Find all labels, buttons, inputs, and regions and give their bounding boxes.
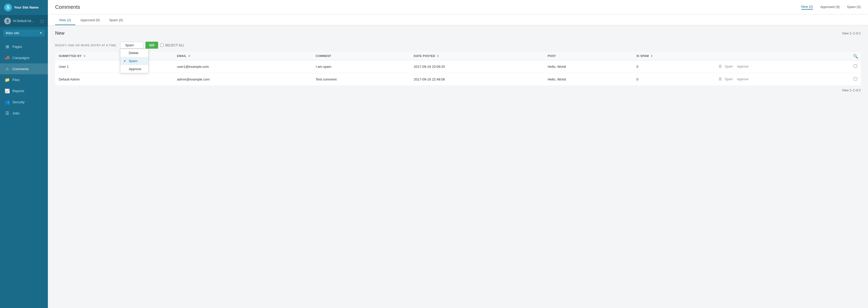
avatar: 👤 — [4, 18, 11, 24]
reports-icon: 📈 — [5, 89, 10, 93]
col-post: POST — [544, 52, 633, 60]
dropdown-item-approve[interactable]: Approve — [120, 65, 148, 73]
tab-new[interactable]: New (2) — [55, 14, 75, 25]
col-date-posted[interactable]: DATE POSTED ⇕ — [410, 52, 544, 60]
table-header-row: SUBMITTED BY ⇕ EMAIL ⇕ COMMENT DATE POST… — [55, 52, 861, 60]
table-search-icon[interactable]: 🔍 — [853, 54, 858, 59]
sidebar-item-pages[interactable]: ⊞ Pages — [0, 41, 48, 52]
campaigns-icon: 📣 — [5, 55, 10, 60]
comments-icon: ⌂ — [5, 66, 10, 71]
header-tab-approved[interactable]: Approved (9) — [820, 5, 840, 9]
row-checkbox[interactable] — [854, 64, 857, 68]
sidebar-item-security[interactable]: 👥 Security — [0, 96, 48, 108]
col-actions — [715, 52, 850, 60]
sidebar-item-label: Security — [12, 100, 25, 104]
cell-submitted-by: Default Admin — [55, 73, 174, 86]
select-all-checkbox[interactable] — [160, 43, 163, 47]
sidebar-item-label: Comments — [12, 67, 29, 71]
approve-button[interactable]: Approve — [735, 64, 750, 69]
top-header: Comments New (2) Approved (9) Spam (0) — [48, 0, 868, 14]
select-all-wrapper: SELECT ALL — [160, 43, 185, 47]
chevron-down-icon: ▼ — [40, 32, 42, 34]
spam-button[interactable]: Spam — [723, 76, 735, 82]
sidebar-item-label: Files — [12, 78, 20, 82]
col-comment: COMMENT — [312, 52, 410, 60]
security-icon: 👥 — [5, 100, 10, 104]
header-tab-spam[interactable]: Spam (0) — [847, 5, 861, 9]
site-label: Main site — [6, 31, 19, 35]
sidebar-item-label: Reports — [12, 89, 24, 93]
col-email[interactable]: EMAIL ⇕ — [174, 52, 312, 60]
approve-button[interactable]: Approve — [735, 76, 750, 82]
tab-approved[interactable]: Approved (9) — [76, 14, 104, 25]
sidebar-item-comments[interactable]: ⌂ Comments — [0, 63, 48, 74]
row-checkbox[interactable] — [854, 77, 857, 81]
select-all-label[interactable]: SELECT ALL — [165, 43, 185, 47]
cell-post: Hello, World — [544, 60, 633, 73]
site-name: Your Site Name — [14, 5, 38, 9]
sidebar-item-label: Jobs — [12, 111, 20, 115]
header-tabs: New (2) Approved (9) Spam (0) — [801, 5, 861, 9]
dropdown-menu: Delete ✓ Spam Approve — [120, 49, 149, 73]
jobs-icon: ☰ — [5, 111, 10, 116]
sidebar-logo: S Your Site Name — [0, 0, 48, 15]
site-selector[interactable]: Main site ▼ — [3, 30, 45, 36]
cell-email: admin@example.com — [174, 73, 312, 86]
table-row: Default Admin admin@example.com Test com… — [55, 73, 861, 86]
tab-spam[interactable]: Spam (0) — [105, 14, 127, 25]
user-name: Hi Default Ad... — [13, 19, 34, 23]
delete-icon[interactable]: 🗑 — [718, 64, 722, 68]
sidebar-item-campaigns[interactable]: 📣 Campaigns — [0, 52, 48, 63]
pages-icon: ⊞ — [5, 44, 10, 49]
cell-row-actions: 🗑 Spam Approve — [715, 73, 850, 86]
cell-date-posted: 2017-09-19 22:48:06 — [410, 73, 544, 86]
cell-post: Hello, World — [544, 73, 633, 86]
sidebar-item-files[interactable]: 📁 Files — [0, 74, 48, 85]
cell-is-spam: 0 — [633, 60, 715, 73]
sidebar-item-label: Pages — [12, 45, 22, 49]
bulk-action-bar: MODIFY ONE OR MORE ENTRY AT A TIME. Spam… — [55, 42, 861, 49]
sidebar: S Your Site Name 👤 Hi Default Ad... ⬚ Ma… — [0, 0, 48, 308]
sidebar-item-reports[interactable]: 📈 Reports — [0, 85, 48, 96]
cell-row-actions: 🗑 Spam Approve — [715, 60, 850, 73]
cell-is-spam: 0 — [633, 73, 715, 86]
page-title: Comments — [55, 4, 80, 10]
sidebar-user-bar: 👤 Hi Default Ad... ⬚ — [0, 15, 48, 27]
table-row: User 1 user1@example.com I am spam 2017-… — [55, 60, 861, 73]
go-button[interactable]: GO — [146, 42, 158, 49]
col-is-spam[interactable]: IS SPAM ⇕ — [633, 52, 715, 60]
header-tab-new[interactable]: New (2) — [801, 5, 813, 9]
checkmark-icon: ✓ — [123, 59, 127, 63]
cell-row-checkbox — [850, 60, 861, 73]
action-dropdown-wrapper: Spam Delete ✓ Spam Approve — [120, 42, 143, 49]
delete-icon[interactable]: 🗑 — [718, 76, 722, 81]
cell-submitted-by: User 1 — [55, 60, 174, 73]
comments-table: SUBMITTED BY ⇕ EMAIL ⇕ COMMENT DATE POST… — [55, 52, 861, 85]
cell-email: user1@example.com — [174, 60, 312, 73]
modify-label: MODIFY ONE OR MORE ENTRY AT A TIME. — [55, 44, 117, 47]
cell-comment: I am spam — [312, 60, 410, 73]
table-body: User 1 user1@example.com I am spam 2017-… — [55, 60, 861, 86]
sidebar-item-jobs[interactable]: ☰ Jobs — [0, 108, 48, 119]
action-dropdown-button[interactable]: Spam — [120, 42, 143, 49]
sidebar-item-label: Campaigns — [12, 56, 30, 60]
table-wrapper: 🔍 SUBMITTED BY ⇕ EMAIL ⇕ COMMENT DATE PO… — [55, 52, 861, 85]
col-submitted-by[interactable]: SUBMITTED BY ⇕ — [55, 52, 174, 60]
cell-comment: Test comment — [312, 73, 410, 86]
dropdown-item-spam[interactable]: ✓ Spam — [120, 57, 148, 65]
spam-button[interactable]: Spam — [723, 64, 735, 69]
checkmark-icon — [123, 67, 127, 71]
cell-row-checkbox — [850, 73, 861, 86]
content-tabs: New (2) Approved (9) Spam (0) — [48, 14, 868, 25]
content-area: New View 1–2 of 2 MODIFY ONE OR MORE ENT… — [48, 25, 868, 308]
dropdown-item-delete[interactable]: Delete — [120, 49, 148, 57]
logout-icon[interactable]: ⬚ — [40, 19, 44, 23]
main-nav: ⊞ Pages 📣 Campaigns ⌂ Comments 📁 Files 📈… — [0, 41, 48, 308]
cell-date-posted: 2017-09-19 23:09:25 — [410, 60, 544, 73]
view-count-top: View 1–2 of 2 — [842, 32, 861, 35]
view-count-bottom: View 1–2 of 2 — [55, 89, 861, 92]
section-title: New — [55, 31, 64, 36]
logo-icon: S — [4, 4, 12, 11]
files-icon: 📁 — [5, 78, 10, 82]
main-content: Comments New (2) Approved (9) Spam (0) N… — [48, 0, 868, 308]
